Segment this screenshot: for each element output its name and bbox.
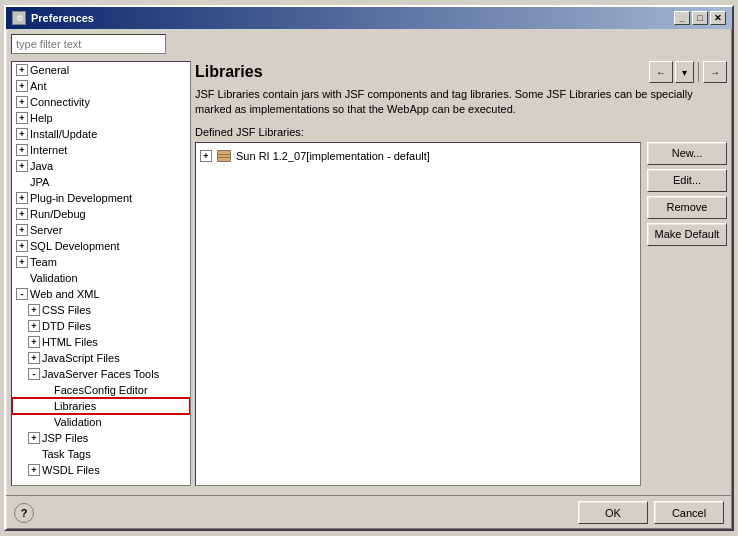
tree-item-jsf[interactable]: - JavaServer Faces Tools (12, 366, 190, 382)
tree-item-server[interactable]: + Server (12, 222, 190, 238)
left-panel: + General + Ant + Connectivity (11, 61, 191, 486)
label-java: Java (30, 160, 53, 172)
maximize-button[interactable]: □ (692, 11, 708, 25)
lib-item-sun[interactable]: + Sun RI 1.2_07[implementation - default… (200, 147, 636, 165)
label-webxml: Web and XML (30, 288, 100, 300)
label-general: General (30, 64, 69, 76)
tree-item-sql[interactable]: + SQL Development (12, 238, 190, 254)
expand-java[interactable]: + (16, 160, 28, 172)
bottom-bar: ? OK Cancel (6, 495, 732, 529)
label-html: HTML Files (42, 336, 98, 348)
tree-item-general[interactable]: + General (12, 62, 190, 78)
help-icon[interactable]: ? (14, 503, 34, 523)
edit-button[interactable]: Edit... (647, 169, 727, 192)
expand-server[interactable]: + (16, 224, 28, 236)
label-validation2: Validation (54, 416, 102, 428)
search-bar (11, 34, 727, 54)
label-ant: Ant (30, 80, 47, 92)
expand-webxml[interactable]: - (16, 288, 28, 300)
close-button[interactable]: ✕ (710, 11, 726, 25)
tree-item-ant[interactable]: + Ant (12, 78, 190, 94)
tree-item-js[interactable]: + JavaScript Files (12, 350, 190, 366)
tree-item-jsp[interactable]: + JSP Files (12, 430, 190, 446)
lib-expand-sun[interactable]: + (200, 150, 212, 162)
expand-plugin[interactable]: + (16, 192, 28, 204)
label-server: Server (30, 224, 62, 236)
tree-item-tasktags[interactable]: Task Tags (12, 446, 190, 462)
expand-run[interactable]: + (16, 208, 28, 220)
expand-install[interactable]: + (16, 128, 28, 140)
expand-wsdl[interactable]: + (28, 464, 40, 476)
tree-item-internet[interactable]: + Internet (12, 142, 190, 158)
label-sql: SQL Development (30, 240, 119, 252)
right-panel: Libraries ← ▾ → JSF Libraries contain ja… (195, 61, 727, 486)
tree-item-css[interactable]: + CSS Files (12, 302, 190, 318)
expand-js[interactable]: + (28, 352, 40, 364)
minimize-button[interactable]: _ (674, 11, 690, 25)
panel-header: Libraries ← ▾ → (195, 61, 727, 83)
window-title: Preferences (31, 12, 94, 24)
lib-jar-icon (216, 149, 232, 163)
expand-css[interactable]: + (28, 304, 40, 316)
tree-item-dtd[interactable]: + DTD Files (12, 318, 190, 334)
tree-item-wsdl[interactable]: + WSDL Files (12, 462, 190, 478)
label-run: Run/Debug (30, 208, 86, 220)
forward-button[interactable]: → (703, 61, 727, 83)
tree-item-validation[interactable]: Validation (12, 270, 190, 286)
label-tasktags: Task Tags (42, 448, 91, 460)
tree-scroll[interactable]: + General + Ant + Connectivity (12, 62, 190, 485)
label-validation: Validation (30, 272, 78, 284)
bottom-buttons: OK Cancel (578, 501, 724, 524)
tree-item-connectivity[interactable]: + Connectivity (12, 94, 190, 110)
expand-help[interactable]: + (16, 112, 28, 124)
label-libraries: Libraries (54, 400, 96, 412)
expand-dtd[interactable]: + (28, 320, 40, 332)
panel-title: Libraries (195, 63, 263, 81)
expand-html[interactable]: + (28, 336, 40, 348)
make-default-button[interactable]: Make Default (647, 223, 727, 246)
expand-jsf[interactable]: - (28, 368, 40, 380)
label-jsp: JSP Files (42, 432, 88, 444)
label-dtd: DTD Files (42, 320, 91, 332)
expand-team[interactable]: + (16, 256, 28, 268)
label-help: Help (30, 112, 53, 124)
nav-separator (698, 62, 699, 82)
search-input[interactable] (11, 34, 166, 54)
expand-jsp[interactable]: + (28, 432, 40, 444)
tree-item-plugin[interactable]: + Plug-in Development (12, 190, 190, 206)
cancel-button[interactable]: Cancel (654, 501, 724, 524)
svg-rect-3 (217, 157, 231, 158)
ok-button[interactable]: OK (578, 501, 648, 524)
lib-label-sun: Sun RI 1.2_07[implementation - default] (236, 150, 430, 162)
tree-item-facesconfig[interactable]: FacesConfig Editor (12, 382, 190, 398)
tree-container: + General + Ant + Connectivity (11, 61, 191, 486)
dropdown-button[interactable]: ▾ (675, 61, 694, 83)
window-icon: ⚙ (12, 11, 26, 25)
label-install: Install/Update (30, 128, 97, 140)
new-button[interactable]: New... (647, 142, 727, 165)
tree-item-webxml[interactable]: - Web and XML (12, 286, 190, 302)
expand-sql[interactable]: + (16, 240, 28, 252)
tree-item-validation2[interactable]: Validation (12, 414, 190, 430)
lib-list[interactable]: + Sun RI 1.2_07[implementation - default… (195, 142, 641, 486)
label-jsf: JavaServer Faces Tools (42, 368, 159, 380)
tree-item-libraries[interactable]: Libraries (12, 398, 190, 414)
tree-item-jpa[interactable]: JPA (12, 174, 190, 190)
tree-item-java[interactable]: + Java (12, 158, 190, 174)
tree-item-run[interactable]: + Run/Debug (12, 206, 190, 222)
tree-item-install[interactable]: + Install/Update (12, 126, 190, 142)
remove-button[interactable]: Remove (647, 196, 727, 219)
tree-item-team[interactable]: + Team (12, 254, 190, 270)
tree-item-help[interactable]: + Help (12, 110, 190, 126)
expand-ant[interactable]: + (16, 80, 28, 92)
title-bar-buttons: _ □ ✕ (674, 11, 726, 25)
svg-rect-1 (218, 151, 230, 161)
expand-connectivity[interactable]: + (16, 96, 28, 108)
label-plugin: Plug-in Development (30, 192, 132, 204)
label-connectivity: Connectivity (30, 96, 90, 108)
tree-item-html[interactable]: + HTML Files (12, 334, 190, 350)
expand-general[interactable]: + (16, 64, 28, 76)
back-button[interactable]: ← (649, 61, 673, 83)
title-bar-left: ⚙ Preferences (12, 11, 94, 25)
expand-internet[interactable]: + (16, 144, 28, 156)
